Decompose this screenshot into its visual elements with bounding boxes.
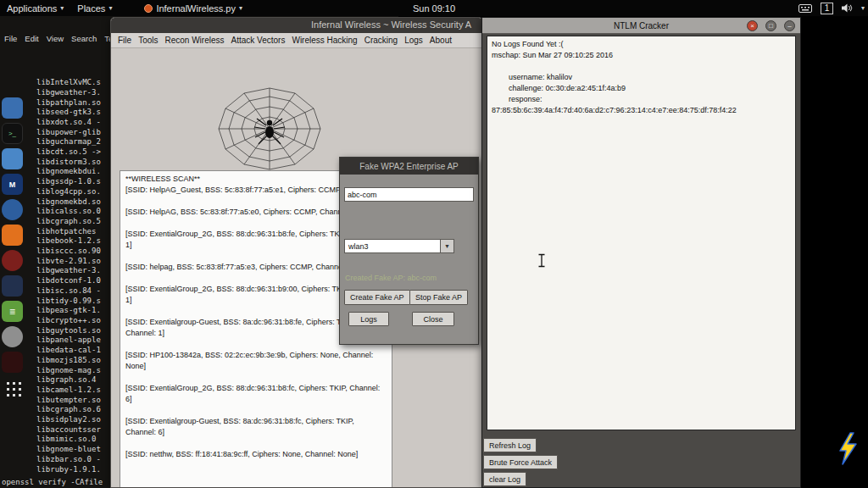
terminal-line: libtidy-0.99.s [36,297,101,307]
applications-menu[interactable]: Applications ▾ [0,0,70,16]
text-editor-app-icon[interactable]: ≡ [2,301,23,322]
menu-item[interactable]: Logs [401,36,426,45]
caret-down-icon: ▾ [239,4,242,12]
terminal-line: libIntelXvMC.s [36,78,101,88]
chevron-down-icon[interactable]: ▼ [440,240,453,252]
menubar: FileToolsRecon WirelessAttack VectorsWir… [111,33,482,48]
terminal-line: libgnomekbdui. [36,167,101,177]
menu-item[interactable]: Attack Vectors [228,36,289,45]
terminal-line: libutempter.so [36,396,101,406]
terminal-output: libIntelXvMC.slibgweather-3.libpathplan.… [36,48,101,474]
mail-app-icon[interactable]: M [2,174,23,195]
menu-item[interactable]: File [114,36,135,45]
terminal-line: libgraph.so.4 [36,375,101,385]
terminal-line: libseed-gtk3.s [36,108,101,118]
tools-app-icon[interactable] [2,275,23,297]
menu-item[interactable]: Wireless Hacking [288,36,360,45]
create-fake-ap-button[interactable]: Create Fake AP [344,290,410,305]
terminal-line: libpathplan.so [36,98,101,108]
close-icon[interactable]: × [747,20,758,31]
clear-log-button[interactable]: clear Log [483,472,526,486]
log-line: mschap: Sun Mar 27 09:10:25 2016 [492,50,791,61]
files-app-icon[interactable] [2,97,23,119]
terminal-line: libdotconf-1.0 [36,276,101,286]
dock: >_ M ≡ [2,97,25,402]
minimize-icon[interactable]: – [784,20,795,31]
menu-item[interactable]: Search [71,34,97,43]
ntlm-cracker-window: NTLM Cracker × □ – No Logs Found Yet :(m… [481,17,801,488]
terminal-line: libgweather-3. [36,266,101,276]
terminal-line: libebook-1.2.s [36,236,101,247]
stop-fake-ap-button[interactable]: Stop Fake AP [409,290,468,305]
places-label: Places [77,3,105,14]
terminal-line: libvte-2.91.so [36,257,101,267]
log-line: No Logs Found Yet :( [492,39,791,50]
terminal-line: libxdot.so.4 - [36,118,101,128]
menu-item[interactable]: Recon Wireless [161,36,227,45]
lightning-bolt-icon[interactable] [836,432,860,466]
terminal-line: openssl verify -CAfile [2,477,103,487]
scan-result: [SSID: HP100-13842a, BSS: 02:2c:ec:9b:3e… [125,350,387,372]
top-bar: Applications ▾ Places ▾ InfernalWireless… [0,0,868,16]
clock[interactable]: Sun 09:10 [0,3,868,14]
terminal-line: libcrypto++.so [36,316,101,326]
logs-button[interactable]: Logs [348,312,389,326]
terminal-line: libisccc.so.90 [36,247,101,257]
menu-item[interactable]: About [426,36,455,45]
log-line: response: [492,94,791,105]
terminal-line: libcdt.so.5 -> [36,147,101,158]
terminal-output-footer: openssl verify -CAfileserver.pem: OK [2,446,103,488]
brute-force-attack-button[interactable]: Brute Force Attack [483,455,558,469]
scan-result: [SSID: ExentialGroup_2G, BSS: 88:dc:96:3… [125,383,387,405]
terminal-app-icon[interactable]: >_ [2,123,23,144]
terminal-line: libcgraph.so.5 [36,217,101,227]
settings-app-icon[interactable] [2,326,23,347]
show-applications-icon[interactable] [2,377,23,398]
terminal-line: libaccountsser [36,425,101,435]
menu-item[interactable]: File [4,34,17,43]
media-app-icon[interactable] [2,250,23,271]
terminal-line: libpeas-gtk-1. [36,306,101,316]
caret-down-icon[interactable]: ▾ [861,4,865,12]
menu-item[interactable]: Cracking [361,36,401,45]
interface-selected-value: wlan3 [345,242,440,251]
terminal-line: libpanel-apple [36,336,101,346]
terminal-line: libedata-cal-1 [36,346,101,356]
terminal-line: libcgraph.so.6 [36,405,101,415]
close-button[interactable]: Close [412,312,454,326]
terminal-line: libhotpatches [36,227,101,237]
ntlm-log-output[interactable]: No Logs Found Yet :(mschap: Sun Mar 27 0… [487,36,796,430]
refresh-log-button[interactable]: Refresh Log [483,438,537,452]
firefox-app-icon[interactable] [2,225,23,246]
interface-dropdown[interactable]: wlan3 ▼ [344,239,454,253]
terminal-line: libdistorm3.so [36,158,101,168]
window-titlebar[interactable]: Infernal Wireless ~ Wireless Security A [111,18,482,33]
text-cursor [537,253,546,268]
places-menu[interactable]: Places ▾ [70,0,119,16]
terminal-line: libmozjs185.so [36,356,101,366]
ssid-input[interactable] [344,187,474,202]
app-indicator-menu[interactable]: InfernalWireless.py ▾ [137,0,249,16]
applications-label: Applications [7,3,57,14]
keyboard-icon[interactable] [798,4,812,13]
menu-item[interactable]: Edit [25,34,38,43]
maximize-icon[interactable]: □ [765,20,776,31]
app-indicator-label: InfernalWireless.py [156,3,236,14]
browser-app-icon[interactable] [2,199,23,220]
terminal-line: libmimic.so.0 [36,435,101,445]
log-line: 87:85:5b:6c:39:4a:f4:7d:40:6a:d2:c7:96:2… [492,105,791,116]
fake-wpa2-dialog: Fake WPA2 Enterprise AP wlan3 ▼ Created … [339,157,479,345]
terminal-line: libcamel-1.2.s [36,385,101,396]
terminal-line: libgweather-3. [36,88,101,98]
log-line: challenge: 0c:30:de:a2:45:1f:4a:b9 [492,83,791,94]
window-titlebar[interactable]: NTLM Cracker × □ – [482,18,800,34]
menu-item[interactable]: Tools [135,36,161,45]
workspace-indicator[interactable]: 1 [821,3,833,14]
analyzer-app-icon[interactable] [2,352,23,373]
software-app-icon[interactable] [2,148,23,169]
app-indicator-icon [144,4,153,13]
volume-icon[interactable] [842,3,853,13]
dialog-titlebar[interactable]: Fake WPA2 Enterprise AP [340,158,478,175]
desktop: FileEditViewSearchTerminal libIntelXvMC.… [0,0,868,488]
menu-item[interactable]: View [47,34,64,43]
